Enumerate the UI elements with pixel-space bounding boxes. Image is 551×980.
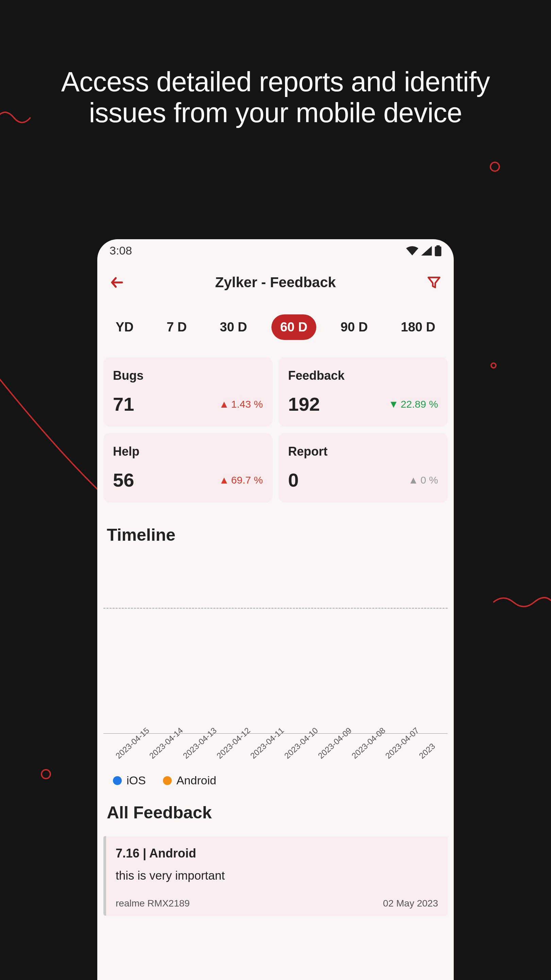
- status-icons: [406, 245, 441, 256]
- stat-trend: ▲69.7 %: [219, 474, 263, 486]
- range-tab-60d[interactable]: 60 D: [272, 314, 316, 340]
- legend-ios: iOS: [113, 774, 146, 787]
- date-range-tabs: YD7 D30 D60 D90 D180 D: [97, 301, 454, 350]
- range-tab-30d[interactable]: 30 D: [211, 314, 256, 340]
- app-bar: Zylker - Feedback: [97, 261, 454, 301]
- back-icon[interactable]: [110, 275, 124, 290]
- stat-label: Feedback: [288, 369, 438, 383]
- trend-pct: 0 %: [421, 474, 438, 486]
- wifi-icon: [406, 246, 418, 256]
- trend-up-icon: ▲: [408, 474, 419, 486]
- stat-trend: ▼22.89 %: [388, 398, 438, 410]
- stat-label: Report: [288, 444, 438, 459]
- legend-android: Android: [163, 774, 216, 787]
- legend-ios-label: iOS: [127, 774, 146, 787]
- status-time: 3:08: [110, 244, 132, 257]
- stat-value: 56: [113, 469, 134, 491]
- legend-android-label: Android: [176, 774, 216, 787]
- filter-icon[interactable]: [427, 275, 441, 290]
- all-feedback-title: All Feedback: [97, 787, 454, 829]
- stat-card-feedback[interactable]: Feedback192▼22.89 %: [279, 357, 448, 427]
- svg-rect-0: [435, 247, 441, 256]
- trend-up-icon: ▲: [219, 398, 229, 410]
- trend-pct: 1.43 %: [231, 398, 263, 410]
- range-tab-90d[interactable]: 90 D: [332, 314, 376, 340]
- stat-card-bugs[interactable]: Bugs71▲1.43 %: [103, 357, 272, 427]
- trend-up-icon: ▲: [219, 474, 229, 486]
- signal-icon: [421, 246, 432, 256]
- feedback-item-date: 02 May 2023: [383, 898, 438, 909]
- stat-value: 71: [113, 393, 134, 415]
- trend-pct: 22.89 %: [401, 398, 438, 410]
- range-tab-yd[interactable]: YD: [107, 314, 143, 340]
- stat-label: Bugs: [113, 369, 263, 383]
- stat-value: 192: [288, 393, 320, 415]
- svg-rect-1: [437, 245, 440, 247]
- feedback-list-item[interactable]: 7.16 | Android this is very important re…: [103, 836, 448, 916]
- ios-swatch-icon: [113, 776, 122, 785]
- feedback-item-device: realme RMX2189: [116, 898, 190, 909]
- phone-frame: 3:08 Zylker - Feedback YD7 D30 D60 D90 D…: [97, 239, 454, 980]
- stat-card-help[interactable]: Help56▲69.7 %: [103, 433, 272, 503]
- stat-trend: ▲0 %: [408, 474, 438, 486]
- trend-down-icon: ▼: [388, 398, 399, 410]
- android-swatch-icon: [163, 776, 172, 785]
- stat-card-report[interactable]: Report0▲0 %: [279, 433, 448, 503]
- headline: Access detailed reports and identify iss…: [37, 66, 514, 128]
- status-bar: 3:08: [97, 239, 454, 261]
- trend-pct: 69.7 %: [231, 474, 263, 486]
- timeline-title: Timeline: [97, 509, 454, 552]
- battery-icon: [435, 245, 441, 256]
- range-tab-180d[interactable]: 180 D: [392, 314, 444, 340]
- timeline-chart: 2023-04-152023-04-142023-04-132023-04-12…: [97, 608, 454, 787]
- feedback-item-body: this is very important: [116, 869, 438, 882]
- stat-trend: ▲1.43 %: [219, 398, 263, 410]
- page-title: Zylker - Feedback: [215, 274, 336, 291]
- stat-value: 0: [288, 469, 299, 491]
- stats-cards: Bugs71▲1.43 %Feedback192▼22.89 %Help56▲6…: [97, 350, 454, 509]
- feedback-item-title: 7.16 | Android: [116, 846, 438, 861]
- stat-label: Help: [113, 444, 263, 459]
- range-tab-7d[interactable]: 7 D: [158, 314, 195, 340]
